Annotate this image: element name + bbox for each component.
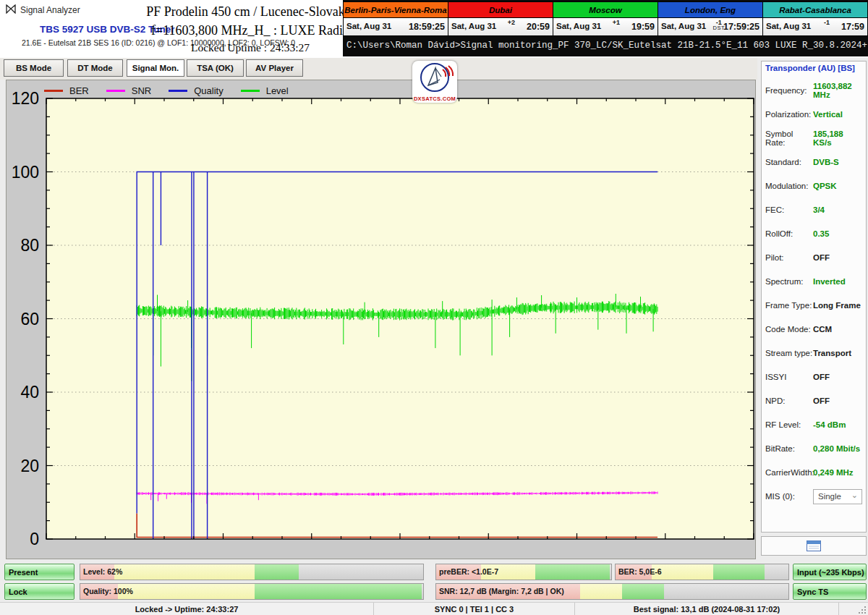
field-label: RollOff:: [765, 229, 813, 238]
command-prompt-text: C:\Users\Roman Dávid>Signal monitoring_P…: [346, 41, 867, 51]
bar-label: preBER: <1.0E-7: [439, 564, 498, 580]
field-issyi: ISSYIOFF: [765, 365, 862, 389]
field-label: MIS (0):: [765, 492, 813, 501]
field-label: Polarization:: [765, 110, 813, 119]
svg-text:100: 100: [12, 163, 39, 182]
clock-time: 20:59: [527, 22, 550, 32]
field-label: Spectrum:: [765, 277, 813, 286]
bar-segment-y: [118, 584, 255, 599]
field-label: ISSYI: [765, 373, 813, 381]
input-rate-button[interactable]: Input (~235 Kbps): [793, 564, 867, 580]
bar-segment-g: [255, 564, 299, 580]
legend-swatch: [241, 90, 260, 92]
mis-dropdown[interactable]: Single ⌄: [813, 489, 862, 504]
tab-bs-mode[interactable]: BS Mode: [4, 59, 64, 77]
clock-city: Berlin-Paris-Vienna-Roma: [344, 2, 448, 18]
field-label: Standard:: [765, 158, 813, 166]
window-icon: [807, 540, 821, 551]
clock-readout: Sat, Aug 31-1DST17:59:25: [658, 18, 762, 35]
clock-berlin-paris-vienna-roma: Berlin-Paris-Vienna-RomaSat, Aug 3118:59…: [343, 1, 448, 36]
sync-status: SYNC 0 | TEI 1 | CC 3: [374, 603, 575, 615]
clock-time: 17:59: [841, 22, 864, 32]
legend-item-ber: BER: [44, 85, 89, 96]
world-clock-panel: Berlin-Paris-Vienna-RomaSat, Aug 3118:59…: [343, 1, 868, 36]
frequency-service-label: f=11603,800 MHz_H_ : LUXE Radio: [129, 22, 372, 39]
legend-label: Quality: [194, 85, 223, 96]
grip-dots-icon: [857, 605, 867, 615]
bar-label: SNR: 12,7 dB (Margin: 7,2 dB | OK): [439, 584, 564, 599]
tab-dt-mode[interactable]: DT Mode: [67, 59, 123, 77]
svg-text:40: 40: [20, 383, 39, 402]
clock-time: 19:59: [631, 22, 655, 32]
signal-analyzer-icon: [6, 4, 16, 17]
clock-moscow: MoscowSat, Aug 31+119:59: [553, 1, 658, 36]
tab-av-player[interactable]: AV Player: [246, 59, 303, 77]
field-value: 11603,882 MHz: [813, 82, 862, 99]
lock-indicator-button[interactable]: Lock: [4, 583, 75, 600]
ts-window-button[interactable]: [761, 536, 867, 556]
field-label: RF Level:: [765, 420, 813, 429]
field-fec: FEC:3/4: [765, 198, 862, 221]
window-title: Signal Analyzer: [20, 5, 80, 15]
clock-date: Sat, Aug 31: [661, 22, 706, 30]
field-value: DVB-S: [813, 158, 839, 166]
bar-label: BER: 5,0E-6: [618, 564, 662, 580]
field-symbol-rate: Symbol Rate:185,188 KS/s: [765, 126, 862, 150]
field-value: QPSK: [813, 182, 837, 190]
clock-time: 17:59:25: [723, 22, 760, 32]
field-value: 0.35: [813, 229, 829, 238]
header-overlay: PF Prodelin 450 cm / Lucenec-Slovakia f=…: [129, 4, 372, 54]
svg-text:0: 0: [30, 530, 39, 548]
locked-uptime-label: Locked Uptime : 24:33:27: [129, 41, 372, 54]
field-rolloff: RollOff:0.35: [765, 221, 862, 245]
legend-item-quality: Quality: [169, 85, 223, 96]
transponder-fields: Frequency:11603,882 MHzPolarization:Vert…: [765, 78, 862, 484]
chart-panel: BERSNRQualityLevel 020406080100120: [6, 80, 756, 559]
tab-signal-mon[interactable]: Signal Mon.: [127, 59, 184, 77]
field-value: 3/4: [813, 205, 825, 214]
quality-progressbar: Quality: 100%: [80, 583, 424, 600]
field-rf-level: RF Level:-54 dBm: [765, 412, 862, 436]
resize-grip[interactable]: [839, 603, 868, 615]
field-modulation: Modulation:QPSK: [765, 174, 862, 198]
field-label: Frequency:: [765, 86, 813, 95]
field-value: Vertical: [813, 110, 843, 119]
clock-dubai: DubaiSat, Aug 31+220:59: [448, 1, 553, 36]
field-label: FEC:: [765, 205, 813, 214]
legend-label: BER: [69, 85, 89, 96]
tab-bar: BS ModeDT ModeSignal Mon.TSA (OK)AV Play…: [0, 58, 757, 80]
present-indicator-button[interactable]: Present: [4, 564, 75, 580]
field-code-mode: Code Mode:CCM: [765, 317, 862, 341]
legend-item-snr: SNR: [106, 85, 151, 96]
legend-swatch: [44, 90, 63, 92]
clock-date: Sat, Aug 31: [451, 22, 496, 30]
legend-label: SNR: [132, 85, 151, 96]
chevron-down-icon: ⌄: [851, 491, 858, 500]
field-frequency: Frequency:11603,882 MHz: [765, 78, 862, 102]
svg-text:80: 80: [20, 236, 39, 255]
field-mis: MIS (0): Single ⌄: [765, 484, 862, 509]
svg-text:20: 20: [20, 457, 39, 475]
tab-tsa-ok[interactable]: TSA (OK): [187, 59, 244, 77]
field-label: NPD:: [765, 396, 813, 405]
field-label: Frame Type:: [765, 301, 813, 310]
uptime-status: Locked -> Uptime: 24:33:27: [0, 603, 374, 615]
bar-segment-y: [580, 584, 622, 599]
clock-readout: Sat, Aug 31+220:59: [448, 18, 553, 35]
field-label: Pilot:: [765, 253, 813, 262]
clock-utc-offset: +1: [613, 18, 620, 25]
transponder-panel: Transponder (AU) [BS] Frequency:11603,88…: [761, 61, 867, 533]
legend-swatch: [106, 90, 125, 92]
sync-ts-button[interactable]: Sync TS: [793, 583, 867, 600]
clock-date: Sat, Aug 31: [556, 22, 601, 30]
field-value: OFF: [813, 253, 830, 262]
field-value: OFF: [813, 373, 830, 381]
preber-progressbar: preBER: <1.0E-7: [435, 564, 612, 580]
clock-london-eng: London, EngSat, Aug 31-1DST17:59:25: [658, 1, 763, 36]
bar-segment-y: [114, 564, 255, 580]
field-value: OFF: [813, 396, 830, 405]
field-value: Transport: [813, 349, 851, 357]
svg-text:120: 120: [12, 89, 39, 108]
snr-progressbar: SNR: 12,7 dB (Margin: 7,2 dB | OK): [435, 583, 789, 600]
field-label: Modulation:: [765, 182, 813, 190]
